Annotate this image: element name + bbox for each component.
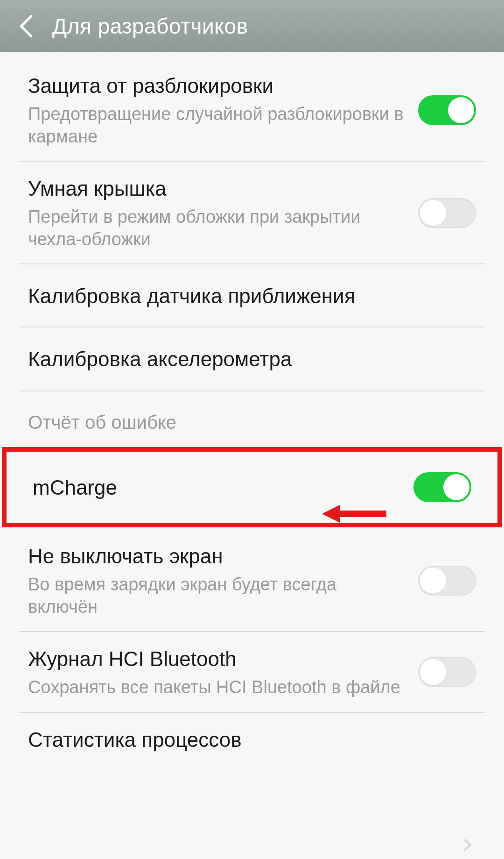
row-unlock-protection[interactable]: Защита от разблокировки Предотвращение с… [0,59,504,162]
svg-marker-1 [322,505,340,523]
back-icon[interactable] [15,13,37,39]
toggle-stay-awake[interactable] [418,566,476,596]
row-title: Не выключать экран [28,543,404,569]
app-header: Для разработчиков [0,0,504,52]
row-title: Журнал HCI Bluetooth [28,646,404,672]
row-subtitle: Перейти в режим обложки при закрытии чех… [28,206,404,250]
annotation-arrow-left-icon [322,504,387,524]
chevron-right-icon [458,836,477,854]
row-process-stats[interactable]: Статистика процессов [0,713,504,757]
row-stay-awake[interactable]: Не выключать экран Во время зарядки экра… [0,529,504,632]
row-title: Статистика процессов [28,727,476,753]
row-title: mCharge [33,475,399,500]
section-header-bug-report: Отчёт об ошибке [0,390,504,445]
toggle-bt-hci[interactable] [418,657,476,687]
row-proximity-calibration[interactable]: Калибровка датчика приближения [0,264,504,327]
row-bt-hci-log[interactable]: Журнал HCI Bluetooth Сохранять все пакет… [0,632,504,713]
settings-list: Защита от разблокировки Предотвращение с… [0,52,504,757]
row-smart-cover[interactable]: Умная крышка Перейти в режим обложки при… [0,162,504,264]
row-title: Калибровка датчика приближения [28,283,476,309]
row-subtitle: Сохранять все пакеты HCI Bluetooth в фай… [28,676,404,699]
row-subtitle: Предотвращение случайной разблокировки в… [28,103,404,148]
row-accelerometer-calibration[interactable]: Калибровка акселерометра [0,327,504,390]
row-title: Калибровка акселерометра [28,346,476,372]
row-title: Умная крышка [28,176,404,201]
toggle-smart-cover[interactable] [418,198,476,228]
page-title: Для разработчиков [52,14,248,39]
highlight-mcharge: mCharge [2,447,502,527]
row-mcharge[interactable]: mCharge [33,472,471,502]
toggle-unlock-protection[interactable] [418,95,476,125]
row-subtitle: Во время зарядки экран будет всегда вклю… [28,574,404,618]
toggle-mcharge[interactable] [413,472,471,502]
row-title: Защита от разблокировки [28,73,404,99]
